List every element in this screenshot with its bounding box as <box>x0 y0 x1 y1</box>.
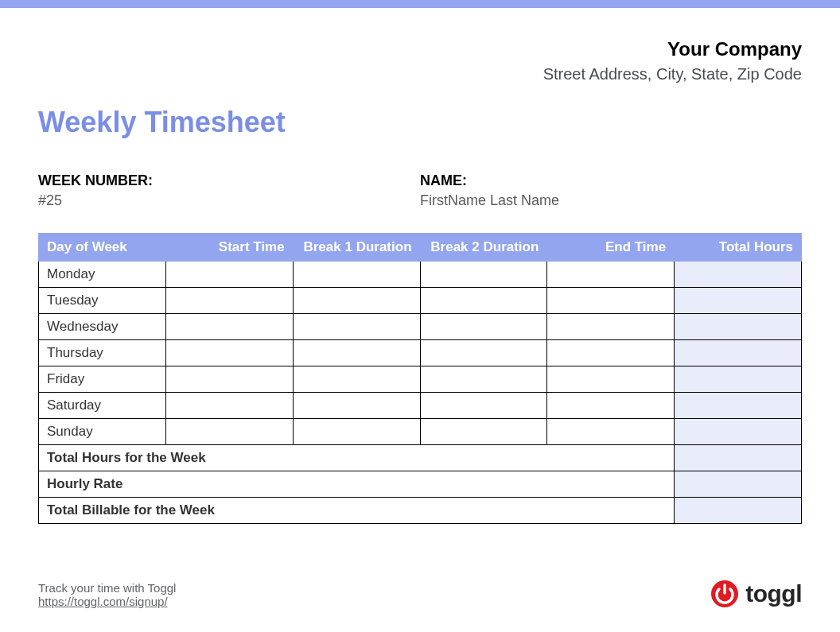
start-cell <box>165 366 293 393</box>
total-cell <box>675 314 802 340</box>
meta-week: WEEK NUMBER: #25 <box>38 173 420 209</box>
toggl-brand-text: toggl <box>745 580 802 607</box>
meta-name: NAME: FirstName Last Name <box>420 173 802 209</box>
table-row: Thursday <box>39 340 802 366</box>
col-end: End Time <box>547 234 675 262</box>
week-number-value: #25 <box>38 192 420 209</box>
break2-cell <box>420 288 547 314</box>
table-row: Sunday <box>39 419 802 445</box>
timesheet-summary: Total Hours for the Week Hourly Rate Tot… <box>39 445 802 524</box>
week-number-label: WEEK NUMBER: <box>38 173 420 189</box>
end-cell <box>547 393 675 419</box>
break2-cell <box>420 393 547 419</box>
break2-cell <box>420 366 547 393</box>
end-cell <box>547 340 675 366</box>
start-cell <box>165 419 293 445</box>
company-address: Street Address, City, State, Zip Code <box>38 65 802 83</box>
day-cell: Tuesday <box>39 288 166 314</box>
start-cell <box>165 393 293 419</box>
day-cell: Wednesday <box>39 314 166 340</box>
start-cell <box>165 340 293 366</box>
name-value: FirstName Last Name <box>420 192 802 209</box>
end-cell <box>547 366 675 393</box>
break1-cell <box>293 262 420 288</box>
total-cell <box>675 340 802 366</box>
start-cell <box>165 262 293 288</box>
total-cell <box>675 419 802 445</box>
total-cell <box>675 366 802 393</box>
day-cell: Monday <box>39 262 166 288</box>
summary-total-billable-row: Total Billable for the Week <box>39 498 802 524</box>
start-cell <box>165 314 293 340</box>
company-block: Your Company Street Address, City, State… <box>38 38 802 83</box>
day-cell: Sunday <box>39 419 166 445</box>
break2-cell <box>420 262 547 288</box>
header-row: Day of Week Start Time Break 1 Duration … <box>39 234 802 262</box>
end-cell <box>547 288 675 314</box>
col-start: Start Time <box>165 234 293 262</box>
total-cell <box>675 393 802 419</box>
col-break1: Break 1 Duration <box>293 234 420 262</box>
table-row: Monday <box>39 262 802 288</box>
footer-tagline: Track your time with Toggl <box>38 581 176 595</box>
company-name: Your Company <box>38 38 802 60</box>
page-title: Weekly Timesheet <box>38 106 802 139</box>
summary-hourly-rate-row: Hourly Rate <box>39 471 802 498</box>
break1-cell <box>293 340 420 366</box>
summary-total-billable-label: Total Billable for the Week <box>39 498 675 524</box>
end-cell <box>547 419 675 445</box>
end-cell <box>547 262 675 288</box>
summary-hourly-rate-value <box>675 471 802 498</box>
table-row: Tuesday <box>39 288 802 314</box>
summary-hourly-rate-label: Hourly Rate <box>39 471 675 498</box>
day-cell: Thursday <box>39 340 166 366</box>
table-row: Saturday <box>39 393 802 419</box>
summary-total-billable-value <box>675 498 802 524</box>
break1-cell <box>293 314 420 340</box>
power-icon <box>710 580 739 608</box>
toggl-logo: toggl <box>710 580 802 608</box>
col-day: Day of Week <box>39 234 166 262</box>
col-break2: Break 2 Duration <box>420 234 547 262</box>
table-row: Friday <box>39 366 802 393</box>
day-cell: Friday <box>39 366 166 393</box>
footer-left: Track your time with Toggl https://toggl… <box>38 581 176 608</box>
break2-cell <box>420 314 547 340</box>
day-cell: Saturday <box>39 393 166 419</box>
col-total: Total Hours <box>675 234 802 262</box>
page-content: Your Company Street Address, City, State… <box>0 8 840 524</box>
break1-cell <box>293 288 420 314</box>
end-cell <box>547 314 675 340</box>
summary-total-hours-label: Total Hours for the Week <box>39 445 675 471</box>
name-label: NAME: <box>420 173 802 189</box>
total-cell <box>675 288 802 314</box>
break2-cell <box>420 340 547 366</box>
summary-total-hours-value <box>675 445 802 471</box>
break1-cell <box>293 419 420 445</box>
footer-signup-link[interactable]: https://toggl.com/signup/ <box>38 595 168 608</box>
break1-cell <box>293 366 420 393</box>
start-cell <box>165 288 293 314</box>
total-cell <box>675 262 802 288</box>
top-accent-bar <box>0 0 840 8</box>
meta-row: WEEK NUMBER: #25 NAME: FirstName Last Na… <box>38 173 802 209</box>
timesheet-body: MondayTuesdayWednesdayThursdayFridaySatu… <box>39 262 802 445</box>
table-row: Wednesday <box>39 314 802 340</box>
summary-total-hours-row: Total Hours for the Week <box>39 445 802 471</box>
break2-cell <box>420 419 547 445</box>
timesheet-table: Day of Week Start Time Break 1 Duration … <box>38 233 802 524</box>
break1-cell <box>293 393 420 419</box>
footer: Track your time with Toggl https://toggl… <box>38 580 802 608</box>
